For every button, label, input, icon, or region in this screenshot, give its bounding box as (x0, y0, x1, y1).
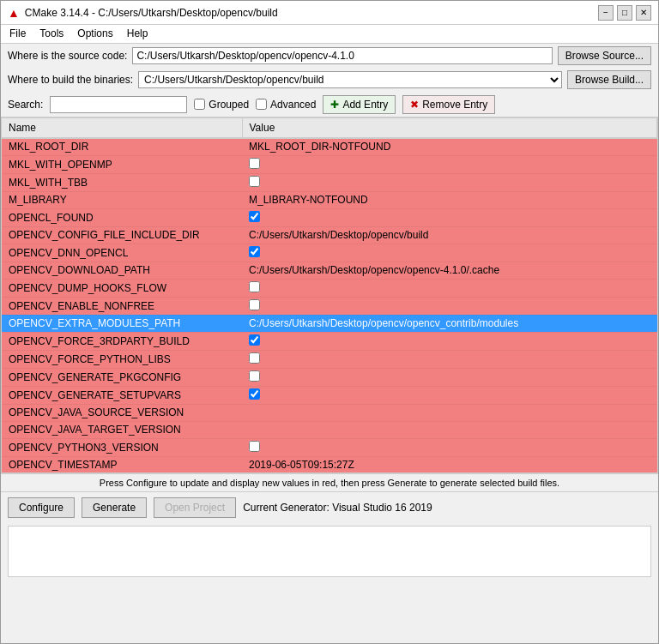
table-row[interactable]: OPENCV_ENABLE_NONFREE (2, 297, 657, 315)
browse-build-button[interactable]: Browse Build... (567, 70, 651, 89)
table-cell-value: MKL_ROOT_DIR-NOTFOUND (242, 138, 657, 155)
table-cell-name: OPENCV_EXTRA_MODULES_PATH (2, 315, 242, 332)
table-cell-name: MKL_ROOT_DIR (2, 138, 242, 155)
table-row[interactable]: OPENCV_TIMESTAMP2019-06-05T09:15:27Z (2, 456, 657, 473)
table-row[interactable]: OPENCV_DNN_OPENCL (2, 244, 657, 262)
table-cell-name: OPENCV_JAVA_SOURCE_VERSION (2, 404, 242, 421)
table-cell-name: MKL_WITH_OPENMP (2, 155, 242, 173)
plus-icon: ✚ (330, 99, 339, 111)
table-cell-name: OPENCV_GENERATE_SETUPVARS (2, 386, 242, 404)
minimize-button[interactable]: − (598, 5, 614, 21)
table-checkbox[interactable] (249, 246, 260, 257)
status-message: Press Configure to update and display ne… (100, 478, 559, 488)
table-cell-value (242, 404, 657, 421)
table-cell-value: M_LIBRARY-NOTFOUND (242, 191, 657, 208)
source-row: Where is the source code: Browse Source.… (1, 44, 658, 68)
table-cell-value[interactable] (242, 244, 657, 262)
table-row[interactable]: MKL_ROOT_DIRMKL_ROOT_DIR-NOTFOUND (2, 138, 657, 155)
table-checkbox[interactable] (249, 352, 260, 364)
table-cell-name: OPENCV_DUMP_HOOKS_FLOW (2, 279, 242, 297)
table-checkbox[interactable] (249, 441, 260, 452)
table-row[interactable]: OPENCV_GENERATE_PKGCONFIG (2, 368, 657, 386)
search-input[interactable] (50, 96, 187, 113)
table-cell-value[interactable] (242, 332, 657, 350)
x-icon: ✖ (410, 99, 419, 111)
table-row[interactable]: OPENCV_DUMP_HOOKS_FLOW (2, 279, 657, 297)
grouped-checkbox-label[interactable]: Grouped (194, 99, 249, 111)
remove-entry-label: Remove Entry (422, 99, 487, 111)
build-label: Where to build the binaries: (8, 74, 133, 86)
advanced-checkbox-label[interactable]: Advanced (256, 99, 316, 111)
grouped-checkbox[interactable] (194, 99, 205, 110)
table-cell-value[interactable] (242, 155, 657, 173)
table-checkbox[interactable] (249, 211, 260, 222)
table-row[interactable]: OPENCV_PYTHON3_VERSION (2, 438, 657, 456)
menu-options[interactable]: Options (76, 27, 114, 40)
table-cell-value: C:/Users/Utkarsh/Desktop/opencv/opencv_c… (242, 315, 657, 332)
table-cell-name: OPENCV_JAVA_TARGET_VERSION (2, 421, 242, 438)
browse-source-button[interactable]: Browse Source... (558, 46, 651, 65)
menu-bar: File Tools Options Help (1, 25, 658, 44)
source-input[interactable] (132, 47, 552, 64)
table-cell-value: C:/Users/Utkarsh/Desktop/opencv/opencv-4… (242, 262, 657, 279)
table-row[interactable]: OPENCV_JAVA_TARGET_VERSION (2, 421, 657, 438)
table-checkbox[interactable] (249, 176, 260, 187)
table-row[interactable]: OPENCL_FOUND (2, 208, 657, 226)
generate-button[interactable]: Generate (82, 497, 147, 518)
table-cell-name: OPENCL_FOUND (2, 208, 242, 226)
table-row[interactable]: MKL_WITH_TBB (2, 173, 657, 191)
table-row[interactable]: OPENCV_CONFIG_FILE_INCLUDE_DIRC:/Users/U… (2, 226, 657, 244)
menu-tools[interactable]: Tools (38, 27, 65, 40)
table-checkbox[interactable] (249, 334, 260, 346)
add-entry-button[interactable]: ✚ Add Entry (323, 95, 396, 114)
table-row[interactable]: OPENCV_DOWNLOAD_PATHC:/Users/Utkarsh/Des… (2, 262, 657, 279)
grouped-label: Grouped (209, 99, 249, 111)
table-checkbox[interactable] (249, 370, 260, 382)
table-checkbox[interactable] (249, 158, 260, 169)
table-row[interactable]: OPENCV_JAVA_SOURCE_VERSION (2, 404, 657, 421)
data-table: Name Value MKL_ROOT_DIRMKL_ROOT_DIR-NOTF… (2, 118, 657, 473)
search-label: Search: (8, 99, 43, 111)
table-cell-name: OPENCV_FORCE_PYTHON_LIBS (2, 350, 242, 368)
table-checkbox[interactable] (249, 299, 260, 310)
maximize-button[interactable]: □ (617, 5, 632, 21)
table-cell-value[interactable] (242, 297, 657, 315)
table-cell-name: OPENCV_DOWNLOAD_PATH (2, 262, 242, 279)
table-cell-value[interactable] (242, 386, 657, 404)
table-row[interactable]: OPENCV_FORCE_3RDPARTY_BUILD (2, 332, 657, 350)
table-cell-value[interactable] (242, 438, 657, 456)
table-row[interactable]: M_LIBRARYM_LIBRARY-NOTFOUND (2, 191, 657, 208)
table-row[interactable]: OPENCV_FORCE_PYTHON_LIBS (2, 350, 657, 368)
table-row[interactable]: OPENCV_GENERATE_SETUPVARS (2, 386, 657, 404)
table-cell-name: OPENCV_ENABLE_NONFREE (2, 297, 242, 315)
col-header-value: Value (242, 118, 657, 138)
table-cell-name: OPENCV_PYTHON3_VERSION (2, 438, 242, 456)
configure-button[interactable]: Configure (8, 497, 75, 518)
advanced-checkbox[interactable] (256, 99, 267, 110)
table-cell-value[interactable] (242, 173, 657, 191)
table-header-row: Name Value (2, 118, 657, 138)
generator-label: Current Generator: Visual Studio 16 2019 (243, 502, 432, 514)
menu-file[interactable]: File (8, 27, 27, 40)
table-cell-value[interactable] (242, 208, 657, 226)
toolbar: Search: Grouped Advanced ✚ Add Entry ✖ R… (1, 92, 658, 117)
remove-entry-button[interactable]: ✖ Remove Entry (402, 95, 495, 114)
cmake-app-icon: ▲ (8, 6, 20, 20)
table-checkbox[interactable] (249, 281, 260, 292)
open-project-button[interactable]: Open Project (154, 497, 236, 518)
title-bar: ▲ CMake 3.14.4 - C:/Users/Utkarsh/Deskto… (1, 1, 658, 25)
table-row[interactable]: MKL_WITH_OPENMP (2, 155, 657, 173)
table-cell-value: 2019-06-05T09:15:27Z (242, 456, 657, 473)
table-cell-value[interactable] (242, 368, 657, 386)
table-checkbox[interactable] (249, 388, 260, 400)
close-button[interactable]: ✕ (636, 5, 651, 21)
table-cell-name: OPENCV_DNN_OPENCL (2, 244, 242, 262)
build-select[interactable]: C:/Users/Utkarsh/Desktop/opencv/build (138, 71, 562, 88)
table-cell-value[interactable] (242, 279, 657, 297)
table-cell-value (242, 421, 657, 438)
menu-help[interactable]: Help (125, 27, 150, 40)
table-row[interactable]: OPENCV_EXTRA_MODULES_PATHC:/Users/Utkars… (2, 315, 657, 332)
table-container[interactable]: Name Value MKL_ROOT_DIRMKL_ROOT_DIR-NOTF… (1, 117, 658, 473)
bottom-bar: Configure Generate Open Project Current … (1, 491, 658, 522)
table-cell-value[interactable] (242, 350, 657, 368)
